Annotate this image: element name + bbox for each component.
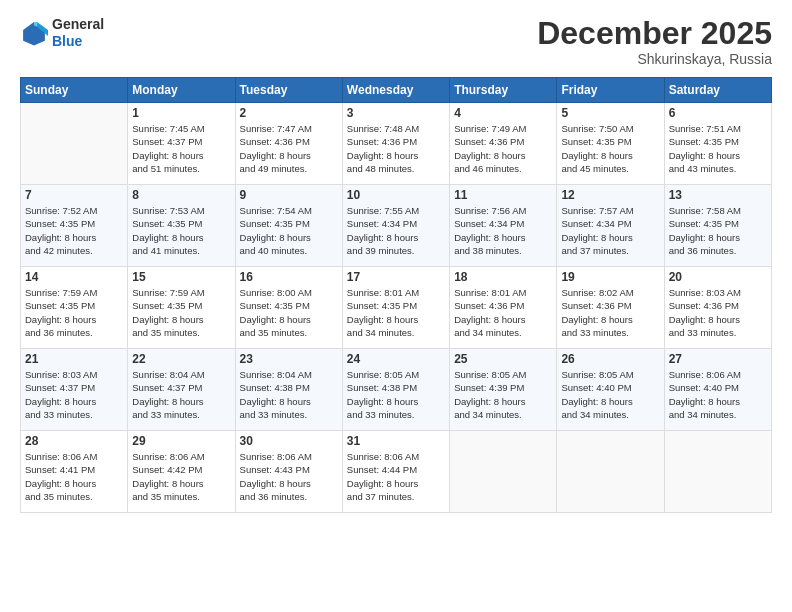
day-info: Sunrise: 8:02 AMSunset: 4:36 PMDaylight:… xyxy=(561,286,659,339)
day-number: 15 xyxy=(132,270,230,284)
calendar-cell xyxy=(557,431,664,513)
day-number: 2 xyxy=(240,106,338,120)
day-info: Sunrise: 7:52 AMSunset: 4:35 PMDaylight:… xyxy=(25,204,123,257)
day-number: 1 xyxy=(132,106,230,120)
calendar-cell: 8Sunrise: 7:53 AMSunset: 4:35 PMDaylight… xyxy=(128,185,235,267)
weekday-header-friday: Friday xyxy=(557,78,664,103)
day-number: 28 xyxy=(25,434,123,448)
day-info: Sunrise: 8:01 AMSunset: 4:35 PMDaylight:… xyxy=(347,286,445,339)
day-number: 8 xyxy=(132,188,230,202)
day-info: Sunrise: 7:55 AMSunset: 4:34 PMDaylight:… xyxy=(347,204,445,257)
day-info: Sunrise: 8:00 AMSunset: 4:35 PMDaylight:… xyxy=(240,286,338,339)
day-number: 23 xyxy=(240,352,338,366)
calendar-cell: 3Sunrise: 7:48 AMSunset: 4:36 PMDaylight… xyxy=(342,103,449,185)
calendar-cell xyxy=(664,431,771,513)
week-row-0: 1Sunrise: 7:45 AMSunset: 4:37 PMDaylight… xyxy=(21,103,772,185)
calendar-cell xyxy=(450,431,557,513)
calendar-cell: 9Sunrise: 7:54 AMSunset: 4:35 PMDaylight… xyxy=(235,185,342,267)
day-info: Sunrise: 8:06 AMSunset: 4:42 PMDaylight:… xyxy=(132,450,230,503)
weekday-header-sunday: Sunday xyxy=(21,78,128,103)
day-number: 4 xyxy=(454,106,552,120)
day-number: 29 xyxy=(132,434,230,448)
day-info: Sunrise: 7:56 AMSunset: 4:34 PMDaylight:… xyxy=(454,204,552,257)
calendar-cell: 15Sunrise: 7:59 AMSunset: 4:35 PMDayligh… xyxy=(128,267,235,349)
calendar-cell: 5Sunrise: 7:50 AMSunset: 4:35 PMDaylight… xyxy=(557,103,664,185)
day-number: 6 xyxy=(669,106,767,120)
calendar-cell: 20Sunrise: 8:03 AMSunset: 4:36 PMDayligh… xyxy=(664,267,771,349)
day-info: Sunrise: 7:48 AMSunset: 4:36 PMDaylight:… xyxy=(347,122,445,175)
day-number: 19 xyxy=(561,270,659,284)
week-row-1: 7Sunrise: 7:52 AMSunset: 4:35 PMDaylight… xyxy=(21,185,772,267)
day-number: 16 xyxy=(240,270,338,284)
calendar-cell: 4Sunrise: 7:49 AMSunset: 4:36 PMDaylight… xyxy=(450,103,557,185)
calendar-cell: 24Sunrise: 8:05 AMSunset: 4:38 PMDayligh… xyxy=(342,349,449,431)
day-info: Sunrise: 7:47 AMSunset: 4:36 PMDaylight:… xyxy=(240,122,338,175)
calendar-cell: 2Sunrise: 7:47 AMSunset: 4:36 PMDaylight… xyxy=(235,103,342,185)
calendar-table: SundayMondayTuesdayWednesdayThursdayFrid… xyxy=(20,77,772,513)
calendar-cell: 13Sunrise: 7:58 AMSunset: 4:35 PMDayligh… xyxy=(664,185,771,267)
day-info: Sunrise: 8:04 AMSunset: 4:37 PMDaylight:… xyxy=(132,368,230,421)
day-info: Sunrise: 8:05 AMSunset: 4:38 PMDaylight:… xyxy=(347,368,445,421)
day-number: 7 xyxy=(25,188,123,202)
day-info: Sunrise: 8:05 AMSunset: 4:39 PMDaylight:… xyxy=(454,368,552,421)
day-info: Sunrise: 8:06 AMSunset: 4:41 PMDaylight:… xyxy=(25,450,123,503)
day-number: 30 xyxy=(240,434,338,448)
day-info: Sunrise: 7:45 AMSunset: 4:37 PMDaylight:… xyxy=(132,122,230,175)
week-row-4: 28Sunrise: 8:06 AMSunset: 4:41 PMDayligh… xyxy=(21,431,772,513)
day-number: 26 xyxy=(561,352,659,366)
day-number: 10 xyxy=(347,188,445,202)
day-info: Sunrise: 7:57 AMSunset: 4:34 PMDaylight:… xyxy=(561,204,659,257)
calendar-cell: 11Sunrise: 7:56 AMSunset: 4:34 PMDayligh… xyxy=(450,185,557,267)
calendar-cell: 6Sunrise: 7:51 AMSunset: 4:35 PMDaylight… xyxy=(664,103,771,185)
calendar-cell: 19Sunrise: 8:02 AMSunset: 4:36 PMDayligh… xyxy=(557,267,664,349)
day-number: 31 xyxy=(347,434,445,448)
calendar-cell: 12Sunrise: 7:57 AMSunset: 4:34 PMDayligh… xyxy=(557,185,664,267)
day-info: Sunrise: 8:03 AMSunset: 4:37 PMDaylight:… xyxy=(25,368,123,421)
weekday-header-saturday: Saturday xyxy=(664,78,771,103)
weekday-header-monday: Monday xyxy=(128,78,235,103)
calendar-cell: 30Sunrise: 8:06 AMSunset: 4:43 PMDayligh… xyxy=(235,431,342,513)
day-info: Sunrise: 8:05 AMSunset: 4:40 PMDaylight:… xyxy=(561,368,659,421)
calendar-cell: 29Sunrise: 8:06 AMSunset: 4:42 PMDayligh… xyxy=(128,431,235,513)
day-info: Sunrise: 7:59 AMSunset: 4:35 PMDaylight:… xyxy=(25,286,123,339)
logo: General Blue xyxy=(20,16,104,50)
calendar-cell: 23Sunrise: 8:04 AMSunset: 4:38 PMDayligh… xyxy=(235,349,342,431)
page: General Blue December 2025 Shkurinskaya,… xyxy=(0,0,792,612)
day-number: 21 xyxy=(25,352,123,366)
day-info: Sunrise: 7:54 AMSunset: 4:35 PMDaylight:… xyxy=(240,204,338,257)
weekday-header-row: SundayMondayTuesdayWednesdayThursdayFrid… xyxy=(21,78,772,103)
calendar-cell: 31Sunrise: 8:06 AMSunset: 4:44 PMDayligh… xyxy=(342,431,449,513)
month-title: December 2025 xyxy=(537,16,772,51)
day-number: 3 xyxy=(347,106,445,120)
day-number: 9 xyxy=(240,188,338,202)
title-block: December 2025 Shkurinskaya, Russia xyxy=(537,16,772,67)
weekday-header-wednesday: Wednesday xyxy=(342,78,449,103)
calendar-cell: 22Sunrise: 8:04 AMSunset: 4:37 PMDayligh… xyxy=(128,349,235,431)
day-number: 24 xyxy=(347,352,445,366)
logo-text: General Blue xyxy=(52,16,104,50)
day-number: 14 xyxy=(25,270,123,284)
week-row-2: 14Sunrise: 7:59 AMSunset: 4:35 PMDayligh… xyxy=(21,267,772,349)
week-row-3: 21Sunrise: 8:03 AMSunset: 4:37 PMDayligh… xyxy=(21,349,772,431)
day-number: 27 xyxy=(669,352,767,366)
day-number: 17 xyxy=(347,270,445,284)
day-number: 13 xyxy=(669,188,767,202)
day-number: 18 xyxy=(454,270,552,284)
day-number: 20 xyxy=(669,270,767,284)
calendar-cell: 18Sunrise: 8:01 AMSunset: 4:36 PMDayligh… xyxy=(450,267,557,349)
day-number: 5 xyxy=(561,106,659,120)
day-info: Sunrise: 8:06 AMSunset: 4:43 PMDaylight:… xyxy=(240,450,338,503)
day-number: 22 xyxy=(132,352,230,366)
calendar-cell: 28Sunrise: 8:06 AMSunset: 4:41 PMDayligh… xyxy=(21,431,128,513)
calendar-cell: 7Sunrise: 7:52 AMSunset: 4:35 PMDaylight… xyxy=(21,185,128,267)
day-number: 25 xyxy=(454,352,552,366)
calendar-cell xyxy=(21,103,128,185)
day-info: Sunrise: 7:59 AMSunset: 4:35 PMDaylight:… xyxy=(132,286,230,339)
day-info: Sunrise: 7:53 AMSunset: 4:35 PMDaylight:… xyxy=(132,204,230,257)
calendar-cell: 14Sunrise: 7:59 AMSunset: 4:35 PMDayligh… xyxy=(21,267,128,349)
calendar-cell: 21Sunrise: 8:03 AMSunset: 4:37 PMDayligh… xyxy=(21,349,128,431)
calendar-cell: 17Sunrise: 8:01 AMSunset: 4:35 PMDayligh… xyxy=(342,267,449,349)
calendar-cell: 16Sunrise: 8:00 AMSunset: 4:35 PMDayligh… xyxy=(235,267,342,349)
day-info: Sunrise: 8:01 AMSunset: 4:36 PMDaylight:… xyxy=(454,286,552,339)
calendar-cell: 25Sunrise: 8:05 AMSunset: 4:39 PMDayligh… xyxy=(450,349,557,431)
